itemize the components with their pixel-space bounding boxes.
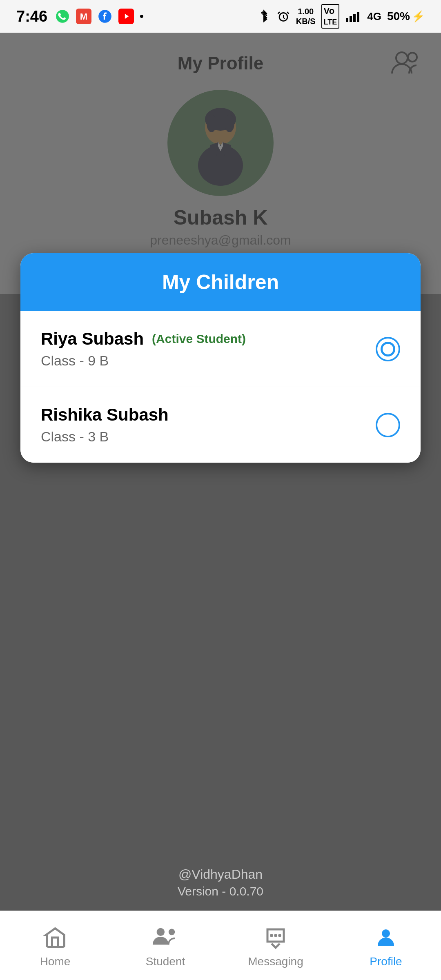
student-icon: [151, 923, 180, 952]
child-name-2: Rishika Subash: [41, 405, 169, 425]
youtube-icon: [118, 9, 134, 24]
network-type: 4G: [367, 10, 381, 23]
status-left: 7:46 M •: [16, 8, 144, 25]
nav-item-student[interactable]: Student: [110, 923, 220, 968]
svg-point-24: [274, 934, 277, 937]
signal-bars: [345, 9, 361, 23]
svg-rect-8: [350, 16, 352, 22]
my-children-modal: My Children Riya Subash (Active Student)…: [20, 253, 421, 463]
home-label: Home: [40, 955, 71, 968]
child-class-2: Class - 3 B: [41, 429, 109, 444]
whatsapp-icon: [55, 9, 70, 24]
radio-selected-indicator-1: [381, 342, 395, 356]
volte-icon: VoLTE: [321, 4, 340, 29]
child-class-1: Class - 9 B: [41, 353, 109, 368]
bluetooth-icon: [257, 9, 271, 23]
svg-point-0: [56, 10, 69, 23]
svg-point-21: [157, 928, 165, 935]
radio-button-1[interactable]: [376, 337, 400, 361]
nav-item-profile[interactable]: Profile: [331, 923, 441, 968]
footer-info: @VidhyaDhan Version - 0.0.70: [0, 867, 441, 898]
radio-button-2[interactable]: [376, 413, 400, 437]
child-info-2: Rishika Subash Class - 3 B: [41, 405, 376, 445]
modal-title: My Children: [162, 271, 279, 294]
facebook-icon: [97, 9, 113, 24]
svg-point-26: [382, 929, 390, 938]
active-badge-1: (Active Student): [152, 332, 246, 346]
notification-dot: •: [140, 10, 144, 23]
svg-rect-10: [357, 12, 359, 22]
svg-text:M: M: [80, 11, 87, 22]
svg-point-23: [270, 934, 273, 937]
profile-label: Profile: [370, 955, 402, 968]
gmail-icon: M: [76, 9, 91, 24]
child-item-2[interactable]: Rishika Subash Class - 3 B: [20, 387, 421, 463]
status-right: 1.00 KB/S VoLTE 4G 50% ⚡: [257, 4, 425, 29]
nav-item-messaging[interactable]: Messaging: [220, 923, 331, 968]
messaging-label: Messaging: [248, 955, 303, 968]
speed-indicator: 1.00 KB/S: [296, 7, 316, 26]
svg-point-25: [278, 934, 281, 937]
child-name-row-2: Rishika Subash: [41, 405, 376, 425]
modal-body: Riya Subash (Active Student) Class - 9 B…: [20, 311, 421, 463]
svg-rect-7: [346, 18, 348, 22]
status-icons: M •: [55, 9, 144, 24]
svg-rect-9: [353, 14, 356, 22]
status-bar: 7:46 M • 1.00 KB/S VoLTE: [0, 0, 441, 33]
home-icon: [41, 923, 69, 952]
svg-point-22: [169, 929, 175, 935]
version-label: Version - 0.0.70: [178, 884, 263, 898]
child-info-1: Riya Subash (Active Student) Class - 9 B: [41, 329, 376, 369]
child-item-1[interactable]: Riya Subash (Active Student) Class - 9 B: [20, 311, 421, 387]
background-overlay: [0, 33, 441, 911]
child-name-row-1: Riya Subash (Active Student): [41, 329, 376, 349]
nav-item-home[interactable]: Home: [0, 923, 110, 968]
status-time: 7:46: [16, 8, 47, 25]
modal-header: My Children: [20, 253, 421, 311]
battery-indicator: 50% ⚡: [387, 10, 425, 23]
bottom-navigation: Home Student Messaging: [0, 911, 441, 980]
profile-icon: [372, 923, 400, 952]
alarm-icon: [276, 9, 290, 23]
vidhyadhan-label: @VidhyaDhan: [178, 867, 263, 882]
messaging-icon: [261, 923, 290, 952]
student-label: Student: [146, 955, 185, 968]
child-name-1: Riya Subash: [41, 329, 144, 349]
